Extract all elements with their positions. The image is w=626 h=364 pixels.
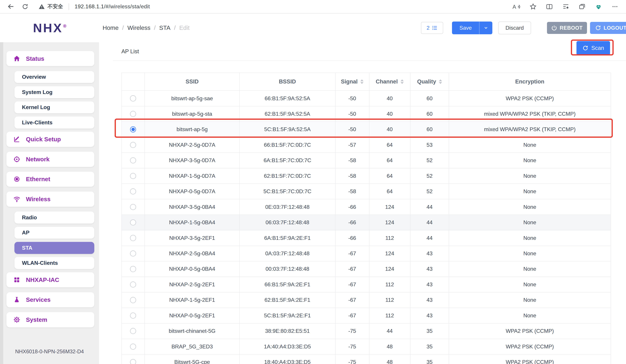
browser-menu-icon[interactable]	[609, 1, 620, 12]
breadcrumb-wireless[interactable]: Wireless	[127, 24, 150, 31]
grid-icon	[13, 276, 20, 283]
row-radio[interactable]	[130, 126, 136, 132]
sidebar-item-ap[interactable]: AP	[14, 227, 94, 239]
sort-icon[interactable]	[401, 79, 404, 84]
cell-signal: -67	[335, 277, 369, 292]
ap-row[interactable]: NHXAP-2-5g-2EF166:B1:5F:9A:2E:F1-6711243…	[122, 277, 611, 292]
row-radio[interactable]	[130, 266, 136, 272]
row-radio[interactable]	[130, 95, 136, 101]
row-radio[interactable]	[130, 158, 136, 163]
sidebar-item-sta[interactable]: STA	[14, 242, 94, 254]
pending-changes-button[interactable]: 2	[421, 22, 443, 34]
sidebar-item-nhxap-iac[interactable]: NHXAP-IAC	[6, 272, 94, 287]
scan-button[interactable]: Scan	[577, 41, 610, 55]
row-select-cell	[122, 339, 145, 354]
row-radio[interactable]	[130, 328, 136, 334]
cell-ssid: NHXAP-1-5g-0D7A	[145, 168, 240, 184]
row-radio[interactable]	[130, 173, 136, 179]
cell-channel: 112	[369, 230, 410, 245]
row-radio[interactable]	[130, 111, 136, 117]
row-radio[interactable]	[130, 204, 136, 210]
ap-row[interactable]: NHXAP-1-5g-2EF162:B1:5F:9A:2E:F1-6711243…	[122, 292, 611, 308]
url-field[interactable]: 192.168.1.1/#/wireless/sta/edit	[75, 3, 150, 10]
cell-bssid: 00:03:7F:12:48:48	[240, 261, 335, 277]
reboot-button[interactable]: REBOOT	[547, 22, 587, 34]
sidebar-item-label: System	[26, 316, 47, 323]
ap-row[interactable]: NHXAP-3-5g-0D7A6A:B1:5F:7C:0D:7C-586452N…	[122, 153, 611, 168]
sidebar-item-services[interactable]: Services	[6, 292, 94, 307]
sidebar-item-status[interactable]: Status	[6, 51, 94, 66]
discard-button[interactable]: Discard	[498, 22, 531, 34]
row-radio[interactable]	[130, 313, 136, 319]
row-radio[interactable]	[130, 142, 136, 148]
column-header-channel[interactable]: Channel	[369, 73, 410, 91]
sidebar-item-overview[interactable]: Overview	[14, 71, 94, 83]
cell-ssid: NHXAP-2-5g-0BA4	[145, 246, 240, 261]
breadcrumb-sta[interactable]: STA	[159, 24, 170, 31]
site-security-chip[interactable]: 不安全	[38, 3, 63, 10]
ap-row[interactable]: NHXAP-0-5g-0BA400:03:7F:12:48:48-6712443…	[122, 261, 611, 277]
sidebar-item-kernel-log[interactable]: Kernel Log	[14, 101, 94, 114]
sidebar-item-quick-setup[interactable]: Quick Setup	[6, 132, 94, 147]
ap-row[interactable]: NHXAP-1-5g-0D7A62:B1:5F:7C:0D:7C-586452N…	[122, 168, 611, 184]
ap-row[interactable]: NHXAP-3-5g-2EF16A:B1:5F:9A:2E:F1-6611244…	[122, 230, 611, 246]
favorites-bar-icon[interactable]	[560, 1, 571, 12]
sidebar-item-system-log[interactable]: System Log	[14, 86, 94, 98]
ap-row[interactable]: NHXAP-2-5g-0D7A66:B1:5F:7C:0D:7C-576453N…	[122, 137, 611, 153]
save-dropdown-button[interactable]	[479, 22, 492, 34]
row-radio[interactable]	[130, 188, 136, 194]
ap-row[interactable]: NHXAP-3-5g-0BA40E:03:7F:12:48:48-6612444…	[122, 199, 611, 215]
row-radio[interactable]	[130, 344, 136, 350]
ap-row[interactable]: bitswrt-chinanet-5G38:9E:80:82:E5:51-754…	[122, 324, 611, 339]
row-radio[interactable]	[130, 359, 136, 364]
column-header-quality[interactable]: Quality	[410, 73, 449, 91]
ap-row[interactable]: bitswrt-ap-5g-sta62:B1:5F:9A:52:5A-50406…	[122, 106, 611, 122]
row-radio[interactable]	[130, 235, 136, 241]
ap-row[interactable]: NHXAP-1-5g-0BA406:03:7F:12:48:48-6612444…	[122, 215, 611, 230]
browser-essentials-icon[interactable]	[593, 1, 604, 12]
cell-encryption: WPA2 PSK (CCMP)	[449, 91, 611, 106]
logout-button[interactable]: LOGOUT	[590, 22, 626, 34]
column-header-signal[interactable]: Signal	[335, 73, 369, 91]
row-select-cell	[122, 122, 145, 137]
sidebar-item-ethernet[interactable]: Ethernet	[6, 172, 94, 187]
read-aloud-icon[interactable]: A	[511, 1, 522, 12]
row-select-cell	[122, 153, 145, 168]
sidebar-item-network[interactable]: Network	[6, 152, 94, 167]
collections-icon[interactable]	[577, 1, 588, 12]
ap-row[interactable]: BRAP_5G_3ED31A:40:A4:D3:3E:D5-754835WPA2…	[122, 339, 611, 355]
ap-row[interactable]: bitswrt-ap-5g5C:B1:5F:9A:52:5A-504060mix…	[122, 122, 611, 137]
sidebar-item-live-clients[interactable]: Live-Clients	[14, 117, 94, 128]
ap-row[interactable]: NHXAP-0-5g-2EF15C:B1:5F:9A:2E:F1-6711243…	[122, 308, 611, 324]
cell-bssid: 18:40:A4:D3:3E:D5	[240, 355, 335, 364]
sidebar-item-radio[interactable]: Radio	[14, 211, 94, 224]
ap-row[interactable]: NHXAP-0-5g-0D7A5C:B1:5F:7C:0D:7C-586452N…	[122, 184, 611, 199]
cell-bssid: 0E:03:7F:12:48:48	[240, 199, 335, 214]
ap-row[interactable]: Bitswrt-5G-cpe18:40:A4:D3:3E:D5-754835WP…	[122, 355, 611, 364]
sidebar-item-wlan-clients[interactable]: WLAN-Clients	[14, 257, 94, 269]
row-radio[interactable]	[130, 282, 136, 287]
cell-signal: -67	[335, 261, 369, 277]
split-screen-icon[interactable]	[544, 1, 555, 12]
row-radio[interactable]	[130, 250, 136, 256]
ap-row[interactable]: bitswrt-ap-5g-sae66:B1:5F:9A:52:5A-50406…	[122, 91, 611, 106]
cell-ssid: bitswrt-ap-5g-sae	[145, 91, 240, 106]
row-radio[interactable]	[130, 219, 136, 225]
favorite-star-icon[interactable]	[527, 1, 539, 12]
row-select-cell	[122, 261, 145, 277]
refresh-icon[interactable]	[18, 1, 32, 12]
row-select-cell	[122, 277, 145, 292]
row-select-cell	[122, 292, 145, 308]
back-icon[interactable]	[4, 1, 18, 12]
sidebar-item-wireless[interactable]: Wireless	[6, 192, 94, 206]
cell-signal: -50	[335, 106, 369, 121]
sort-icon[interactable]	[439, 79, 442, 84]
sort-icon[interactable]	[360, 79, 363, 84]
ap-row[interactable]: NHXAP-2-5g-0BA40A:03:7F:12:48:48-6712443…	[122, 246, 611, 261]
wifi-icon	[13, 196, 20, 203]
cell-bssid: 06:03:7F:12:48:48	[240, 215, 335, 230]
sidebar-item-system[interactable]: System	[6, 312, 94, 327]
save-button[interactable]: Save	[452, 22, 479, 34]
breadcrumb-home[interactable]: Home	[103, 24, 118, 31]
row-radio[interactable]	[130, 297, 136, 303]
